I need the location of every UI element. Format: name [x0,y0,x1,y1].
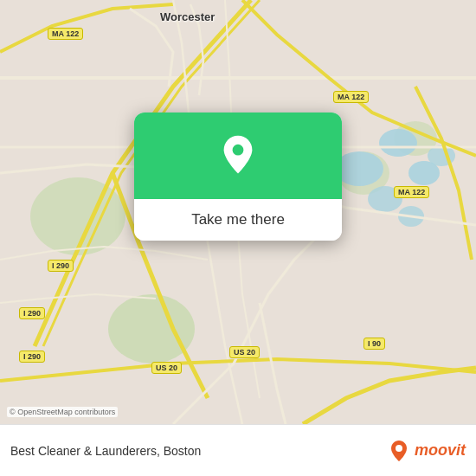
location-pin-icon [216,134,260,177]
svg-point-13 [233,145,244,156]
road-label-i290-left: I 290 [48,260,74,272]
svg-text:m: m [397,455,402,460]
moovit-brand-text: moovit [415,441,466,460]
svg-point-14 [396,445,402,452]
svg-point-2 [108,294,195,363]
road-label-ma122-topleft: MA 122 [48,28,83,40]
road-label-i290-left3: I 290 [19,351,45,363]
road-label-us20-2: US 20 [151,362,182,374]
svg-point-6 [379,129,417,157]
popup-bottom: Take me there [134,199,342,241]
road-label-ma122-topright: MA 122 [333,91,369,103]
popup-top [134,113,342,199]
road-label-i90: I 90 [363,338,385,350]
take-me-there-button[interactable]: Take me there [148,209,328,230]
osm-attribution: © OpenStreetMap contributors [7,407,118,417]
map-popup: Take me there [134,113,342,241]
place-title: Best Cleaner & Launderers, Boston [10,444,387,458]
map-container: MA 122 MA 122 MA 122 I 290 I 290 I 290 I… [0,0,476,424]
moovit-pin-icon: m [387,439,411,463]
moovit-logo: m moovit [387,439,466,463]
road-label-ma122-right: MA 122 [394,186,429,198]
road-label-us20-1: US 20 [229,346,260,358]
svg-point-5 [335,151,383,186]
road-label-i290-left2: I 290 [19,307,45,319]
city-label: Worcester [160,10,215,23]
svg-point-1 [30,177,125,255]
bottom-bar: Best Cleaner & Launderers, Boston m moov… [0,424,476,476]
